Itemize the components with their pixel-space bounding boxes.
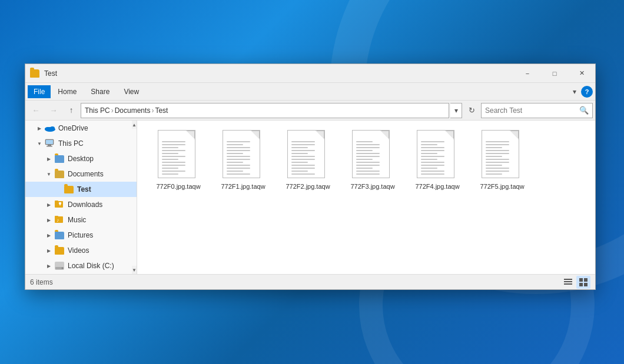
file-page-0 <box>158 130 195 178</box>
explorer-window: Test − □ ✕ File Home Share View ▾ ? ← → … <box>25 64 596 290</box>
test-expand[interactable] <box>54 182 63 197</box>
file-line <box>162 150 185 151</box>
file-line <box>486 153 509 154</box>
file-line <box>162 165 185 166</box>
menu-view-button[interactable]: View <box>117 85 146 98</box>
file-line <box>356 171 380 172</box>
sidebar-item-this-pc[interactable]: ▼ This PC <box>25 136 137 151</box>
svg-point-2 <box>50 126 55 130</box>
sidebar-item-videos[interactable]: ▶ Videos <box>25 243 137 258</box>
file-line <box>291 150 315 151</box>
refresh-button[interactable]: ↻ <box>463 103 480 118</box>
item-count: 6 items <box>30 278 53 286</box>
documents-expand[interactable]: ▼ <box>44 166 54 182</box>
grid-view-button[interactable] <box>576 276 590 289</box>
onedrive-label: OneDrive <box>58 124 88 132</box>
list-item[interactable]: 772F2.jpg.taqw <box>278 126 337 194</box>
file-lines-4 <box>421 141 444 175</box>
music-expand[interactable]: ▶ <box>44 212 54 228</box>
videos-label: Videos <box>68 246 89 255</box>
file-line <box>291 165 315 166</box>
file-line <box>291 162 308 163</box>
title-bar-buttons: − □ ✕ <box>514 64 595 83</box>
file-icon-0 <box>158 130 199 180</box>
menu-home-button[interactable]: Home <box>51 85 84 98</box>
sidebar-item-local-disk[interactable]: ▶ Local Disk (C:) <box>25 258 137 273</box>
file-line <box>356 150 373 151</box>
menu-share-button[interactable]: Share <box>84 85 117 98</box>
forward-button[interactable]: → <box>45 103 62 118</box>
file-line <box>421 141 444 142</box>
file-line <box>421 162 444 163</box>
sidebar-item-downloads[interactable]: ▶ Downloads <box>25 197 137 212</box>
address-path[interactable]: This PC › Documents › Test <box>81 103 449 118</box>
file-line <box>356 156 380 157</box>
list-item[interactable]: 772F3.jpg.taqw <box>343 126 402 194</box>
sidebar-scroll-up[interactable]: ▲ <box>132 121 137 129</box>
pictures-expand[interactable]: ▶ <box>44 228 54 243</box>
svg-text:♪: ♪ <box>57 218 59 223</box>
sidebar: ▲ ▶ OneDrive ▼ <box>25 121 137 274</box>
file-line <box>227 156 250 157</box>
path-test[interactable]: Test <box>155 106 168 115</box>
list-item[interactable]: 772F5.jpg.taqw <box>473 126 532 194</box>
list-item[interactable]: 772F0.jpg.taqw <box>149 126 208 194</box>
view-toggle <box>561 276 590 289</box>
svg-rect-17 <box>564 279 572 280</box>
file-line <box>486 162 509 163</box>
main-area: ▲ ▶ OneDrive ▼ <box>25 121 595 274</box>
menu-chevron-icon[interactable]: ▾ <box>568 85 581 98</box>
file-line <box>421 171 444 172</box>
videos-expand[interactable]: ▶ <box>44 243 54 258</box>
up-button[interactable]: ↑ <box>63 103 79 118</box>
file-line <box>421 156 444 157</box>
file-corner2-5 <box>510 131 518 139</box>
sidebar-item-documents[interactable]: ▼ Documents <box>25 166 137 182</box>
file-line <box>227 141 250 142</box>
path-this-pc[interactable]: This PC <box>85 106 110 115</box>
window-title: Test <box>44 69 514 78</box>
file-line <box>227 150 250 151</box>
list-view-button[interactable] <box>561 276 575 289</box>
this-pc-expand[interactable]: ▼ <box>35 136 44 151</box>
documents-label: Documents <box>68 170 104 178</box>
path-dropdown[interactable]: ▾ <box>450 103 462 118</box>
onedrive-expand[interactable]: ▶ <box>35 121 44 136</box>
desktop-expand[interactable]: ▶ <box>44 151 54 166</box>
search-box: 🔍 <box>481 103 593 118</box>
help-button[interactable]: ? <box>581 86 593 98</box>
sidebar-scroll-down[interactable]: ▼ <box>132 266 137 274</box>
local-disk-expand[interactable]: ▶ <box>44 258 54 273</box>
file-corner2-2 <box>316 131 324 139</box>
svg-rect-22 <box>579 283 583 286</box>
downloads-expand[interactable]: ▶ <box>44 197 54 212</box>
sidebar-item-desktop[interactable]: ▶ Desktop <box>25 151 137 166</box>
sidebar-item-test[interactable]: Test <box>25 182 137 197</box>
onedrive-icon <box>44 122 56 134</box>
path-documents[interactable]: Documents <box>115 106 151 115</box>
file-line <box>421 153 437 154</box>
list-item[interactable]: 772F4.jpg.taqw <box>408 126 467 194</box>
file-page-2 <box>287 130 325 178</box>
file-corner2-3 <box>381 131 389 139</box>
minimize-button[interactable]: − <box>514 64 541 83</box>
local-disk-label: Local Disk (C:) <box>68 262 114 270</box>
svg-point-1 <box>45 127 51 131</box>
list-item[interactable]: 772F1.jpg.taqw <box>214 126 273 194</box>
file-line <box>291 141 315 142</box>
sidebar-item-music[interactable]: ▶ ♪ Music <box>25 212 137 228</box>
file-line <box>421 159 437 160</box>
title-bar: Test − □ ✕ <box>25 64 595 83</box>
search-icon[interactable]: 🔍 <box>579 106 589 115</box>
menu-file-button[interactable]: File <box>28 85 51 98</box>
file-line <box>162 153 178 154</box>
files-grid: 772F0.jpg.taqw <box>149 126 583 194</box>
search-input[interactable] <box>485 106 577 115</box>
maximize-button[interactable]: □ <box>541 64 568 83</box>
sidebar-item-onedrive[interactable]: ▶ OneDrive <box>25 121 137 136</box>
close-button[interactable]: ✕ <box>568 64 595 83</box>
file-line <box>486 156 502 157</box>
file-name-3: 772F3.jpg.taqw <box>350 182 394 191</box>
back-button[interactable]: ← <box>28 103 44 118</box>
sidebar-item-pictures[interactable]: ▶ Pictures <box>25 228 137 243</box>
